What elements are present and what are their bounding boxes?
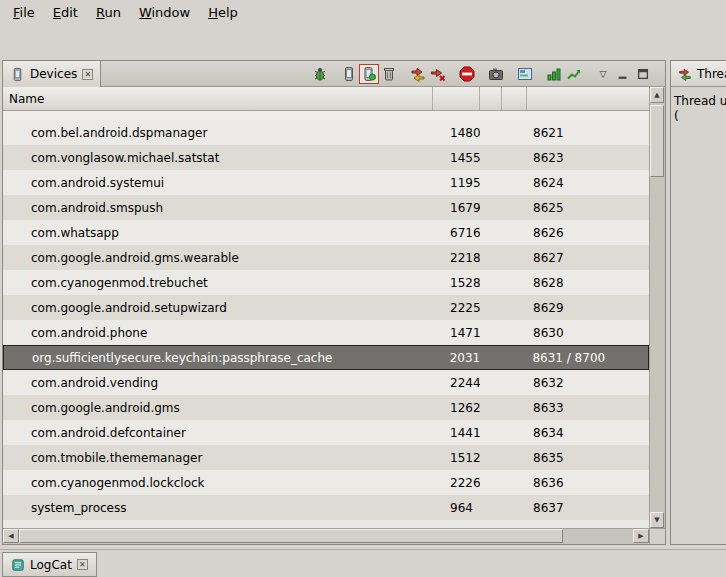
devices-view: Devices ✕	[2, 60, 666, 545]
process-name: system_process	[3, 501, 433, 515]
process-port: 8632	[527, 376, 649, 390]
screen-capture-icon[interactable]	[486, 64, 506, 84]
table-row[interactable]: com.android.defcontainer144118634	[3, 420, 649, 445]
menu-edit[interactable]: Edit	[44, 0, 87, 27]
process-name: com.whatsapp	[3, 226, 433, 240]
process-port: 8623	[527, 151, 649, 165]
minimize-icon[interactable]	[613, 64, 633, 84]
process-name: com.android.systemui	[3, 176, 433, 190]
update-threads-icon[interactable]	[408, 64, 428, 84]
process-port: 8634	[527, 426, 649, 440]
scroll-right-icon[interactable]: ▶	[633, 529, 649, 543]
hierarchy-view-icon[interactable]	[515, 64, 535, 84]
scroll-down-icon[interactable]: ▼	[650, 512, 664, 528]
process-port: 8627	[527, 251, 649, 265]
table-row-selected[interactable]: org.sufficientlysecure.keychain:passphra…	[3, 345, 649, 370]
tab-devices[interactable]: Devices ✕	[3, 61, 101, 87]
table-row[interactable]: com.cyanogenmod.trebuchet15288628	[3, 270, 649, 295]
horizontal-scroll-thumb[interactable]	[19, 529, 563, 543]
scroll-left-icon[interactable]: ◀	[3, 529, 19, 543]
table-row[interactable]: com.google.android.gms.wearable221858627	[3, 245, 649, 270]
tab-logcat[interactable]: LogCat ✕	[2, 552, 97, 577]
process-pid: 1679	[433, 201, 480, 215]
table-row[interactable]: com.google.android.setupwizard222508629	[3, 295, 649, 320]
process-pid: 22185	[433, 251, 480, 265]
vertical-scrollbar[interactable]: ▲ ▼	[649, 87, 665, 528]
process-port: 8635	[527, 451, 649, 465]
menu-help[interactable]: Help	[199, 0, 247, 27]
table-row[interactable]: com.vonglasow.michael.satstat145538623	[3, 145, 649, 170]
threads-icon	[678, 67, 692, 81]
process-name: com.vonglasow.michael.satstat	[3, 151, 433, 165]
process-pid: 6716	[433, 226, 480, 240]
table-row[interactable]: com.google.android.gms126238633	[3, 395, 649, 420]
table-row[interactable]: com.bel.android.dspmanager14808621	[3, 120, 649, 145]
debug-process-icon[interactable]	[310, 64, 330, 84]
cause-gc-icon[interactable]	[379, 64, 399, 84]
horizontal-scrollbar[interactable]: ◀ ▶	[3, 528, 649, 544]
column-header-port[interactable]	[527, 87, 649, 110]
process-pid: 22440	[433, 376, 480, 390]
vertical-scroll-thumb[interactable]	[650, 105, 664, 177]
process-pid: 22265	[433, 476, 480, 490]
table-row[interactable]: com.android.phone14718630	[3, 320, 649, 345]
column-header-name[interactable]: Name	[3, 87, 433, 110]
process-name: com.android.phone	[3, 326, 433, 340]
process-pid: 1528	[433, 276, 480, 290]
process-name: com.google.android.gms	[3, 401, 433, 415]
tab-logcat-label: LogCat	[30, 558, 72, 572]
column-header-s2[interactable]	[502, 87, 527, 110]
stop-process-icon[interactable]	[457, 64, 477, 84]
close-icon[interactable]: ✕	[77, 559, 88, 570]
process-pid: 14553	[433, 151, 480, 165]
threads-tabbar: Threads	[671, 61, 726, 87]
tracer-icon[interactable]	[564, 64, 584, 84]
menubar: File Edit Run Window Help	[0, 0, 726, 27]
process-port: 8633	[527, 401, 649, 415]
table-row[interactable]: com.tmobile.thememanager15128635	[3, 445, 649, 470]
partial-row	[3, 111, 649, 120]
tab-threads-label: Threads	[697, 67, 726, 81]
device-icon	[10, 67, 25, 82]
column-header-pid[interactable]	[433, 87, 480, 110]
close-icon[interactable]: ✕	[82, 69, 93, 80]
scrollbar-corner	[649, 528, 665, 544]
process-name: com.google.android.setupwizard	[3, 301, 433, 315]
scroll-up-icon[interactable]: ▲	[650, 87, 664, 103]
process-pid: 14411	[433, 426, 480, 440]
update-heap-icon[interactable]	[339, 64, 359, 84]
maximize-icon[interactable]	[633, 64, 653, 84]
tab-devices-label: Devices	[30, 67, 77, 81]
process-pid: 964	[433, 501, 480, 515]
threads-message-line1: Thread up	[674, 94, 723, 109]
process-name: com.cyanogenmod.lockclock	[3, 476, 433, 490]
process-name: com.tmobile.thememanager	[3, 451, 433, 465]
devices-tabbar: Devices ✕	[3, 61, 665, 87]
process-port: 8626	[527, 226, 649, 240]
table-row[interactable]: com.android.vending224408632	[3, 370, 649, 395]
bottom-bar: LogCat ✕	[0, 549, 726, 577]
process-name: com.android.smspush	[3, 201, 433, 215]
view-menu-icon[interactable]: ▽	[593, 64, 613, 84]
dump-hprof-icon[interactable]	[359, 64, 379, 84]
table-header: Name	[3, 87, 649, 111]
table-row[interactable]: com.android.smspush16798625	[3, 195, 649, 220]
process-pid: 1512	[433, 451, 480, 465]
menu-window[interactable]: Window	[130, 0, 199, 27]
menu-file[interactable]: File	[4, 0, 44, 27]
menu-run[interactable]: Run	[87, 0, 130, 27]
process-pid: 1480	[433, 126, 480, 140]
method-profiling-icon[interactable]	[428, 64, 448, 84]
column-header-s1[interactable]	[480, 87, 502, 110]
process-name: com.android.vending	[3, 376, 433, 390]
table-row[interactable]: com.cyanogenmod.lockclock222658636	[3, 470, 649, 495]
table-row[interactable]: system_process9648637	[3, 495, 649, 520]
table-row[interactable]: com.whatsapp67168626	[3, 220, 649, 245]
table-row[interactable]: com.android.systemui11958624	[3, 170, 649, 195]
threads-view: Threads Thread up (	[670, 60, 726, 545]
ddms-window: File Edit Run Window Help Devices ✕	[0, 0, 726, 577]
stats-icon[interactable]	[544, 64, 564, 84]
tab-threads[interactable]: Threads	[671, 61, 726, 87]
process-pid: 1471	[433, 326, 480, 340]
process-name: com.android.defcontainer	[3, 426, 433, 440]
